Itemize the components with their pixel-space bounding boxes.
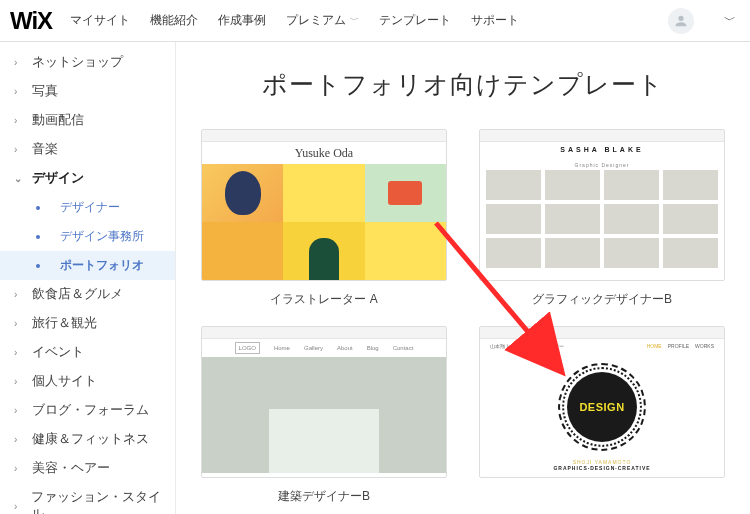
chevron-right-icon: › xyxy=(14,463,22,474)
nav-features[interactable]: 機能紹介 xyxy=(150,12,198,29)
chevron-right-icon: › xyxy=(14,318,22,329)
template-card[interactable]: Yusuke Oda イラストレーター A xyxy=(198,129,450,308)
nav-showcase[interactable]: 作成事例 xyxy=(218,12,266,29)
sidebar-item-event[interactable]: ›イベント xyxy=(0,338,175,367)
chevron-right-icon: › xyxy=(14,86,22,97)
chevron-right-icon: › xyxy=(14,405,22,416)
chevron-right-icon: › xyxy=(14,347,22,358)
sidebar-item-personal[interactable]: ›個人サイト xyxy=(0,367,175,396)
preview-title: Yusuke Oda xyxy=(202,142,446,164)
bullet-icon xyxy=(36,235,40,239)
chevron-right-icon: › xyxy=(14,115,22,126)
template-preview: LOGOHomeGalleryAboutBlogContact xyxy=(201,326,447,478)
sidebar-item-video[interactable]: ›動画配信 xyxy=(0,106,175,135)
sidebar-item-blog[interactable]: ›ブログ・フォーラム xyxy=(0,396,175,425)
main-content: ポートフォリオ向けテンプレート Yusuke Oda イラストレーター A SA… xyxy=(176,42,750,514)
sidebar-child-portfolio[interactable]: ポートフォリオ xyxy=(0,251,175,280)
template-card-highlighted[interactable]: 山本翔 | グラフィックデザイナーHOMEPROFILEWORKS DESIGN… xyxy=(476,326,728,505)
preview-footer-2: GRAPHICS·DESIGN·CREATIVE xyxy=(480,465,724,471)
nav-mysite[interactable]: マイサイト xyxy=(70,12,130,29)
preview-subtitle: Graphic Designer xyxy=(480,162,724,168)
template-grid: Yusuke Oda イラストレーター A SASHA BLAKE Graphi… xyxy=(198,129,728,505)
template-preview: SASHA BLAKE Graphic Designer xyxy=(479,129,725,281)
wix-logo[interactable]: WiX xyxy=(10,7,52,35)
template-preview: 山本翔 | グラフィックデザイナーHOMEPROFILEWORKS DESIGN… xyxy=(479,326,725,478)
chevron-down-icon: ⌄ xyxy=(14,173,22,184)
bullet-icon xyxy=(36,206,40,210)
sidebar-item-netshop[interactable]: ›ネットショップ xyxy=(0,48,175,77)
sidebar-child-design-office[interactable]: デザイン事務所 xyxy=(0,222,175,251)
sidebar-item-health[interactable]: ›健康＆フィットネス xyxy=(0,425,175,454)
user-icon xyxy=(673,13,689,29)
page-title: ポートフォリオ向けテンプレート xyxy=(198,68,728,101)
chevron-right-icon: › xyxy=(14,57,22,68)
template-caption: イラストレーター A xyxy=(270,291,377,308)
sidebar-child-designer[interactable]: デザイナー xyxy=(0,193,175,222)
sidebar-item-music[interactable]: ›音楽 xyxy=(0,135,175,164)
preview-title: SASHA BLAKE xyxy=(480,142,724,162)
avatar[interactable] xyxy=(668,8,694,34)
preview-title: 山本翔 | グラフィックデザイナー xyxy=(490,343,564,355)
bullet-icon xyxy=(36,264,40,268)
nav-links: マイサイト 機能紹介 作成事例 プレミアム﹀ テンプレート サポート xyxy=(70,12,519,29)
top-nav: WiX マイサイト 機能紹介 作成事例 プレミアム﹀ テンプレート サポート ﹀ xyxy=(0,0,750,42)
design-badge: DESIGN xyxy=(567,372,637,442)
sidebar-item-fashion[interactable]: ›ファッション・スタイル xyxy=(0,483,175,514)
nav-templates[interactable]: テンプレート xyxy=(379,12,451,29)
sidebar-item-photo[interactable]: ›写真 xyxy=(0,77,175,106)
sidebar-item-travel[interactable]: ›旅行＆観光 xyxy=(0,309,175,338)
template-caption: 建築デザイナーB xyxy=(278,488,370,505)
account-dropdown[interactable]: ﹀ xyxy=(724,12,736,29)
template-caption: グラフィックデザイナーB xyxy=(532,291,672,308)
chevron-right-icon: › xyxy=(14,144,22,155)
chevron-right-icon: › xyxy=(14,501,21,512)
sidebar-item-beauty[interactable]: ›美容・ヘアー xyxy=(0,454,175,483)
chevron-right-icon: › xyxy=(14,289,22,300)
template-preview: Yusuke Oda xyxy=(201,129,447,281)
chevron-right-icon: › xyxy=(14,376,22,387)
chevron-right-icon: › xyxy=(14,434,22,445)
sidebar: ›ネットショップ ›写真 ›動画配信 ›音楽 ⌄デザイン デザイナー デザイン事… xyxy=(0,42,176,514)
template-card[interactable]: LOGOHomeGalleryAboutBlogContact 建築デザイナーB xyxy=(198,326,450,505)
nav-support[interactable]: サポート xyxy=(471,12,519,29)
chevron-down-icon: ﹀ xyxy=(350,14,359,27)
sidebar-item-design[interactable]: ⌄デザイン xyxy=(0,164,175,193)
sidebar-item-food[interactable]: ›飲食店＆グルメ xyxy=(0,280,175,309)
template-card[interactable]: SASHA BLAKE Graphic Designer グラフィックデザイナー… xyxy=(476,129,728,308)
nav-premium[interactable]: プレミアム﹀ xyxy=(286,12,359,29)
